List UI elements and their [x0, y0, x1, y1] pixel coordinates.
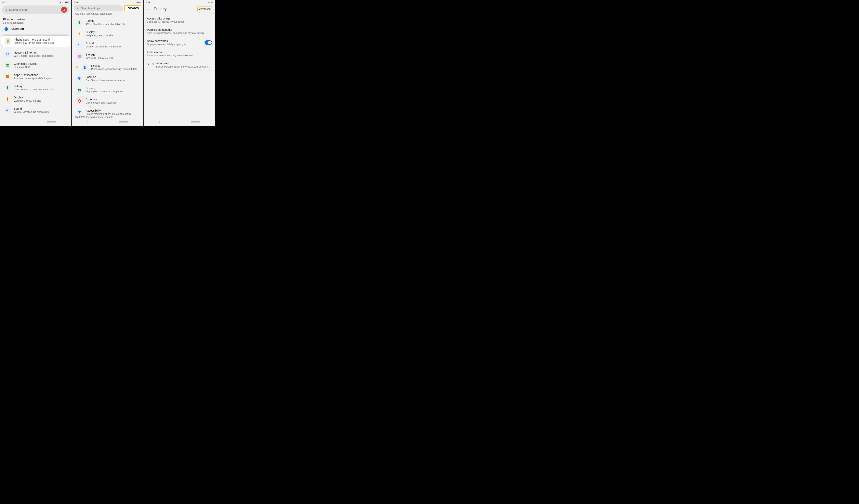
setting-item-privacy-2[interactable]: Privacy Permissions, account activity, p… [73, 62, 142, 73]
search-bar-2[interactable] [74, 5, 123, 11]
alert-icon: 🔋 [4, 37, 12, 45]
advanced-button[interactable]: Advanced [197, 6, 212, 12]
battery-icon [4, 84, 11, 91]
show-passwords-toggle[interactable] [205, 41, 212, 45]
accounts-text-2: Accounts Office, Skype, and Messenger [86, 98, 139, 105]
advanced-chevron: ∨ [147, 62, 150, 66]
panel2-search-row: Privacy [72, 4, 143, 12]
network-icon [4, 51, 11, 58]
partial-top-text: Assistant, recent apps, default apps [72, 12, 143, 16]
setting-item-sound[interactable]: Sound Volume, vibration, Do Not Disturb [1, 105, 71, 116]
accessibility-icon-2 [76, 109, 83, 115]
privacy-yellow-dot [76, 66, 78, 68]
setting-item-apps[interactable]: Apps & notifications Assistant, recent a… [1, 71, 71, 82]
setting-item-battery[interactable]: Battery 42% - Should last until about 9:… [1, 82, 71, 93]
privacy-header-left: ← Privacy [147, 6, 167, 12]
search-bar-1[interactable]: 👩 [2, 5, 69, 14]
bluetooth-subtitle: 1 device connected [3, 21, 68, 24]
battery-icon-2 [76, 19, 83, 26]
nav-bar-3: ‹ [144, 119, 215, 126]
status-bar-3: 5:28 41% [144, 0, 215, 4]
battery-2: 41% [137, 1, 141, 3]
display-icon [4, 95, 11, 103]
apps-icon [4, 73, 11, 80]
display-text: Display Wallpaper, sleep, font size [14, 96, 67, 103]
accounts-icon-2 [76, 97, 83, 105]
home-indicator-1[interactable] [47, 122, 56, 123]
sound-icon-2 [76, 41, 83, 48]
bluetooth-title: Bluetooth devices [3, 18, 68, 21]
bluetooth-section: Bluetooth devices 1 device connected 🔵 v… [0, 16, 71, 34]
bluetooth-icon: 🔵 [3, 26, 10, 32]
advanced-yellow-dot [152, 63, 154, 65]
show-passwords-text: Show passwords Display characters briefl… [147, 40, 186, 46]
avatar-1: 👩 [61, 7, 67, 13]
permission-manager-item[interactable]: Permission manager Apps using microphone… [144, 26, 215, 37]
connected-text: Connected devices Bluetooth, NFC [14, 62, 67, 69]
location-text-2: Location On - 38 apps have access to loc… [86, 75, 139, 82]
setting-item-location-2[interactable]: Location On - 38 apps have access to loc… [73, 73, 142, 84]
display-icon-2 [76, 30, 83, 37]
back-button-2[interactable]: ‹ [87, 120, 88, 124]
lock-screen-item[interactable]: Lock screen Show sensitive content only … [144, 48, 215, 60]
setting-item-battery-2[interactable]: Battery 41% - Should last until about 8:… [73, 17, 142, 28]
setting-item-storage-partial[interactable]: Storage [1, 116, 71, 119]
home-indicator-3[interactable] [191, 122, 200, 123]
setting-item-storage-2[interactable]: Storage 28% used - 91.97 GB free [73, 51, 142, 62]
sound-text-2: Sound Volume, vibration, Do Not Disturb [86, 42, 139, 48]
time-3: 5:28 [146, 1, 150, 3]
panel-2: 5:28 41% Privacy Assistant, recent apps,… [72, 0, 144, 126]
battery-3: 41% [209, 1, 213, 3]
location-icon-2 [76, 75, 83, 82]
privacy-header-label: Privacy [124, 5, 141, 11]
panel-1: 5:27 ▼ ▲ 42% 👩 Bluetooth devices 1 devic… [0, 0, 72, 126]
setting-item-display-2[interactable]: Display Wallpaper, sleep, font size [73, 28, 142, 39]
display-text-2: Display Wallpaper, sleep, font size [86, 30, 139, 37]
security-text-2: Security Play Protect, screen lock, fing… [86, 86, 139, 93]
setting-item-sound-2[interactable]: Sound Volume, vibration, Do Not Disturb [73, 40, 142, 50]
storage-text-2: Storage 28% used - 91.97 GB free [86, 53, 139, 60]
apps-text: Apps & notifications Assistant, recent a… [14, 73, 67, 80]
back-button-1[interactable]: ‹ [15, 120, 16, 124]
connected-icon [4, 62, 11, 69]
setting-item-security-2[interactable]: Security Play Protect, screen lock, fing… [73, 84, 142, 95]
panel-3: 5:28 41% ← Privacy Advanced Accessibilit… [144, 0, 215, 126]
advanced-item[interactable]: ∨ Advanced Device Personalization Servic… [144, 60, 215, 71]
divider-1 [3, 34, 68, 35]
search-input-1[interactable] [9, 8, 60, 12]
time-2: 5:28 [74, 1, 78, 3]
setting-item-network[interactable]: Network & internet Wi-Fi, mobile, data u… [1, 49, 71, 60]
network-text: Network & internet Wi-Fi, mobile, data u… [14, 51, 67, 58]
sound-icon [4, 107, 11, 114]
privacy-icon-2 [81, 64, 89, 71]
search-input-2[interactable] [81, 7, 120, 10]
battery-alert[interactable]: 🔋 Phone used more than usual Battery may… [1, 35, 70, 47]
settings-list-1: Bluetooth devices 1 device connected 🔵 v… [0, 15, 71, 119]
signal-1: ▼ [59, 1, 61, 3]
setting-item-display[interactable]: Display Wallpaper, sleep, font size [1, 94, 71, 105]
alert-text: Phone used more than usual Battery may r… [14, 38, 67, 45]
show-passwords-item[interactable]: Show passwords Display characters briefl… [144, 37, 215, 48]
battery-text-2: Battery 41% - Should last until about 8:… [86, 19, 139, 26]
battery-text: Battery 42% - Should last until about 9:… [14, 84, 67, 91]
status-bar-1: 5:27 ▼ ▲ 42% [0, 0, 71, 4]
privacy-page-header: ← Privacy Advanced [144, 4, 215, 14]
status-bar-2: 5:28 41% [72, 0, 143, 4]
setting-item-accounts-2[interactable]: Accounts Office, Skype, and Messenger [73, 95, 142, 107]
advanced-text: Advanced Device Personalization Services… [156, 62, 210, 68]
show-passwords-row: Show passwords Display characters briefl… [147, 40, 212, 46]
time-1: 5:27 [2, 1, 6, 3]
back-button-3[interactable]: ‹ [159, 120, 160, 124]
search-icon-2 [76, 7, 79, 10]
privacy-text-2: Privacy Permissions, account activity, p… [91, 64, 139, 71]
footer-text-2: Digital Wellbeing & parental controls [72, 115, 143, 119]
bluetooth-device[interactable]: 🔵 vivosport [3, 24, 68, 33]
home-indicator-2[interactable] [119, 122, 128, 123]
privacy-settings-list: Accessibility usage 1 app has full acces… [144, 14, 215, 119]
settings-list-2: Battery 41% - Should last until about 8:… [72, 16, 143, 115]
back-arrow-3[interactable]: ← [147, 6, 152, 12]
accessibility-usage-item[interactable]: Accessibility usage 1 app has full acces… [144, 15, 215, 26]
setting-item-connected[interactable]: Connected devices Bluetooth, NFC [1, 60, 71, 71]
wifi-icon-1: ▲ [62, 1, 64, 3]
setting-item-accessibility-2[interactable]: Accessibility Screen readers, display, i… [73, 107, 142, 115]
